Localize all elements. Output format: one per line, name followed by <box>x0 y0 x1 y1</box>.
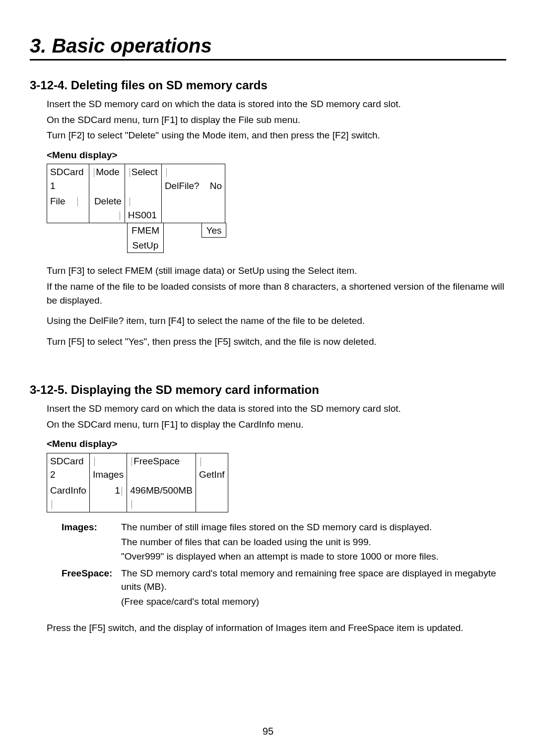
def-term: FreeSpace: <box>62 567 121 610</box>
section-heading: 3-12-5. Displaying the SD memory card in… <box>30 383 506 397</box>
paragraph: If the name of the file to be loaded con… <box>47 280 506 307</box>
menu-cell: DelFile? No <box>161 164 225 194</box>
menu-cell: CardInfo <box>47 483 90 512</box>
section-body: Insert the SD memory card on which the d… <box>47 402 506 635</box>
menu-cell: Images <box>89 453 127 483</box>
section-body: Insert the SD memory card on which the d… <box>47 97 506 348</box>
definitions: Images: The number of still image files … <box>62 520 506 609</box>
menu-display-label: <Menu display> <box>47 148 506 162</box>
menu-cell: 496MB/500MB <box>127 483 196 512</box>
menu-cell: Delete <box>89 193 125 223</box>
menu-table: SDCard 2 Images FreeSpace GetInf CardInf… <box>47 453 228 512</box>
paragraph: Insert the SD memory card on which the d… <box>47 402 506 416</box>
page-number: 95 <box>0 726 536 737</box>
paragraph: Insert the SD memory card on which the d… <box>47 97 506 111</box>
menu-table: SDCard 1 Mode Select DelFile? No File De… <box>47 164 225 223</box>
section-heading: 3-12-4. Deleting files on SD memory card… <box>30 78 506 92</box>
def-body: The SD memory card's total memory and re… <box>121 567 506 610</box>
menu-cell: SDCard 1 <box>47 164 89 194</box>
paragraph: Turn [F5] to select "Yes", then press th… <box>47 335 506 349</box>
menu-option: FMEM SetUp <box>127 223 164 253</box>
menu-cell <box>161 193 225 223</box>
menu-cell: GetInf <box>196 453 228 483</box>
paragraph: On the SDCard menu, turn [F1] to display… <box>47 113 506 127</box>
paragraph: Turn [F2] to select "Delete" using the M… <box>47 128 506 142</box>
paragraph: Using the DelFile? item, turn [F4] to se… <box>47 314 506 328</box>
paragraph: On the SDCard menu, turn [F1] to display… <box>47 418 506 432</box>
menu-display-label: <Menu display> <box>47 437 506 451</box>
def-body: The number of still image files stored o… <box>121 520 506 565</box>
def-term: Images: <box>62 520 121 565</box>
menu-cell: Mode <box>89 164 125 194</box>
menu-cell: Select <box>125 164 161 194</box>
menu-cell: FreeSpace <box>127 453 196 483</box>
menu-cell: 1 <box>89 483 127 512</box>
paragraph: Turn [F3] to select FMEM (still image da… <box>47 264 506 278</box>
menu-cell: SDCard 2 <box>47 453 90 483</box>
paragraph: Press the [F5] switch, and the display o… <box>47 621 506 635</box>
menu-cell: HS001 <box>125 193 161 223</box>
menu-cell: File <box>47 193 89 223</box>
chapter-title: 3. Basic operations <box>30 35 506 61</box>
menu-option: Yes <box>201 223 226 238</box>
menu-cell <box>196 483 228 512</box>
